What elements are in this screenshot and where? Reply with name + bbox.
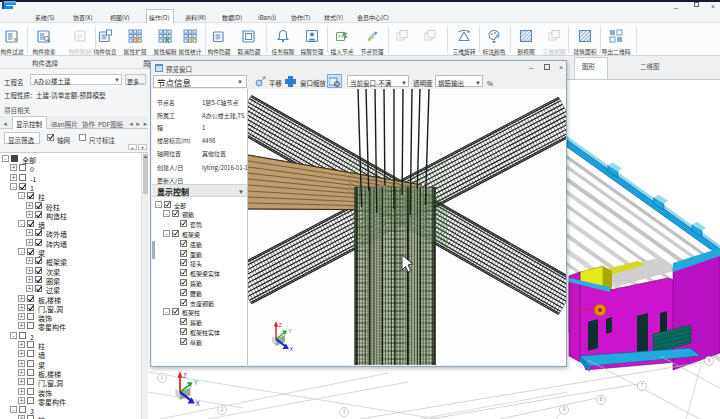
svg-text:P: P xyxy=(77,33,82,42)
svg-text:X: X xyxy=(290,346,294,352)
svg-text:Y: Y xyxy=(288,328,292,334)
svg-text:Z: Z xyxy=(183,372,187,379)
